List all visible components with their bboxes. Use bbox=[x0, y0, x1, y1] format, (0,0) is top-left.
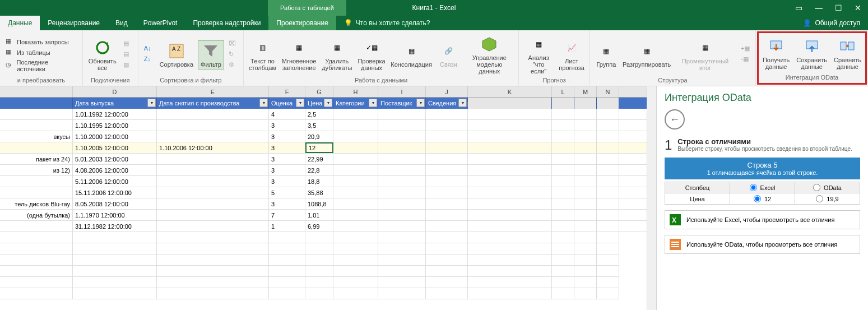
table-header[interactable]: Цена▾ bbox=[305, 98, 333, 109]
group-data-tools: Работа с данными bbox=[247, 77, 515, 86]
tab-powerpivot[interactable]: PowerPivot bbox=[136, 16, 185, 30]
odata-compare-button[interactable]: Сравнить данные bbox=[832, 36, 864, 71]
ungroup-icon: ▦ bbox=[638, 42, 656, 60]
sort-icon: A Z bbox=[168, 42, 185, 60]
tell-me-search[interactable]: 💡Что вы хотите сделать? bbox=[336, 16, 438, 30]
forecast-sheet-button[interactable]: 📈Лист прогноза bbox=[557, 38, 586, 72]
minimize-icon[interactable]: — bbox=[815, 3, 823, 12]
table-row[interactable]: из 12)4.08.2006 12:00:00322,8 bbox=[0, 165, 647, 176]
odata-get-button[interactable]: Получить данные bbox=[760, 36, 792, 71]
tab-design[interactable]: Проектирование bbox=[268, 16, 336, 30]
sort-za-button[interactable]: Z↓ bbox=[142, 55, 155, 65]
clear-filter-btn[interactable]: ⌧ bbox=[226, 39, 240, 49]
tab-data[interactable]: Данные bbox=[0, 16, 40, 30]
filter-dropdown-icon[interactable]: ▾ bbox=[369, 99, 377, 107]
odata-value-radio[interactable] bbox=[816, 195, 823, 202]
compare-row-odata[interactable]: 19,9 bbox=[795, 193, 860, 204]
col-header[interactable]: E bbox=[157, 86, 269, 97]
odata-icon bbox=[670, 239, 681, 250]
show-queries-button[interactable]: ▦Показать запросы bbox=[3, 37, 79, 47]
recent-sources-button[interactable]: ◷Последние источники bbox=[3, 58, 79, 73]
share-button[interactable]: 👤Общий доступ bbox=[795, 16, 868, 30]
col-header[interactable]: H bbox=[333, 86, 378, 97]
table-row[interactable]: 1.10.1995 12:00:0033,5 bbox=[0, 120, 647, 131]
group-outline: Структура bbox=[593, 77, 752, 86]
use-odata-action[interactable]: Используйте OData, чтобы просмотреть все… bbox=[665, 235, 860, 254]
vertical-scrollbar[interactable] bbox=[647, 86, 656, 310]
col-header[interactable]: D bbox=[73, 86, 157, 97]
reapply-btn[interactable]: ↻ bbox=[226, 50, 240, 60]
odata-header-radio[interactable] bbox=[813, 184, 820, 191]
filter-dropdown-icon[interactable]: ▾ bbox=[324, 99, 332, 107]
filter-button[interactable]: Фильтр bbox=[198, 40, 224, 70]
table-row[interactable]: 1.01.1992 12:00:0042,5 bbox=[0, 109, 647, 120]
sort-button[interactable]: A Z Сортировка bbox=[157, 41, 196, 69]
maximize-icon[interactable]: ☐ bbox=[835, 3, 842, 12]
remove-duplicates-button[interactable]: ▦Удалить дубликаты bbox=[320, 38, 354, 72]
filter-dropdown-icon[interactable]: ▾ bbox=[259, 99, 268, 107]
from-table-button[interactable]: ▦Из таблицы bbox=[3, 48, 79, 58]
ribbon-options-icon[interactable]: ▭ bbox=[795, 3, 802, 12]
col-header[interactable]: L bbox=[552, 86, 574, 97]
consolidate-button[interactable]: ▦Консолидация bbox=[389, 41, 434, 69]
sort-az-button[interactable]: A↓ bbox=[142, 44, 155, 54]
group-connections: Подключения bbox=[86, 77, 134, 86]
table-row[interactable]: 1.10.2005 12:00:001.10.2006 12:00:00312 bbox=[0, 142, 647, 154]
table-row[interactable]: 31.12.1982 12:00:0016,99 bbox=[0, 221, 647, 232]
data-validation-button[interactable]: ✓▦Проверка данных bbox=[356, 38, 387, 72]
col-header[interactable]: K bbox=[468, 86, 552, 97]
odata-save-button[interactable]: Сохранить данные bbox=[794, 36, 829, 71]
close-icon[interactable]: ✕ bbox=[855, 3, 861, 12]
compare-row-excel[interactable]: 12 bbox=[730, 193, 795, 204]
step-title: Строка с отличиями bbox=[677, 137, 860, 146]
excel-value-radio[interactable] bbox=[754, 195, 761, 202]
tab-addin-check[interactable]: Проверка надстройки bbox=[185, 16, 268, 30]
table-row[interactable]: вкусы1.10.2000 12:00:00320,9 bbox=[0, 131, 647, 142]
group-button[interactable]: ▦Группа bbox=[593, 41, 619, 69]
table-header[interactable]: Дата снятия с производства▾ bbox=[157, 98, 269, 109]
filter-dropdown-icon[interactable]: ▾ bbox=[147, 99, 156, 107]
refresh-icon bbox=[94, 39, 112, 57]
tab-view[interactable]: Вид bbox=[108, 16, 136, 30]
show-detail-btn: +▦ bbox=[739, 44, 752, 54]
flash-fill-button[interactable]: ▦Мгновенное заполнение bbox=[280, 38, 318, 72]
col-header[interactable]: N bbox=[597, 86, 619, 97]
tab-review[interactable]: Рецензирование bbox=[40, 16, 108, 30]
svg-rect-12 bbox=[671, 246, 679, 247]
table-header[interactable]: Поставщик▾ bbox=[378, 98, 426, 109]
group-sort-filter: Сортировка и фильтр bbox=[142, 77, 240, 86]
table-header[interactable]: Дата выпуска▾ bbox=[73, 98, 157, 109]
table-header[interactable]: Категории▾ bbox=[333, 98, 378, 109]
col-header[interactable]: J bbox=[426, 86, 468, 97]
properties-btn[interactable]: ▤ bbox=[121, 50, 134, 60]
table-row[interactable]: тель дисков Blu-ray8.05.2008 12:00:00310… bbox=[0, 198, 647, 210]
table-row[interactable]: 5.11.2006 12:00:00318,8 bbox=[0, 176, 647, 187]
manage-data-model-button[interactable]: Управление моделью данных bbox=[463, 34, 515, 76]
ungroup-button[interactable]: ▦Разгруппировать bbox=[621, 41, 672, 69]
col-header[interactable]: G bbox=[305, 86, 333, 97]
col-header[interactable]: F bbox=[269, 86, 305, 97]
table-header[interactable]: Оценка▾ bbox=[269, 98, 305, 109]
table-row[interactable]: 15.11.2006 12:00:00535,88 bbox=[0, 187, 647, 198]
what-if-button[interactable]: ▦Анализ "что если" bbox=[522, 34, 555, 76]
duplicates-icon: ▦ bbox=[328, 39, 346, 57]
filter-dropdown-icon[interactable]: ▾ bbox=[416, 99, 425, 107]
filter-dropdown-icon[interactable]: ▾ bbox=[458, 99, 467, 107]
back-button[interactable]: ← bbox=[665, 109, 685, 129]
text-to-columns-button[interactable]: ▥Текст по столбцам bbox=[247, 38, 278, 72]
use-excel-action[interactable]: X Используйте Excel, чтобы просмотреть в… bbox=[665, 210, 860, 229]
excel-header-radio[interactable] bbox=[750, 184, 757, 191]
compare-hdr-excel[interactable]: Excel bbox=[730, 182, 795, 193]
filter-dropdown-icon[interactable]: ▾ bbox=[296, 99, 304, 107]
connections-btn[interactable]: ▤ bbox=[121, 39, 134, 49]
advanced-btn[interactable]: ⚙ bbox=[226, 61, 240, 71]
col-header[interactable]: M bbox=[574, 86, 597, 97]
refresh-all-button[interactable]: Обновить все bbox=[86, 38, 119, 72]
table-row[interactable]: (одна бутылка)1.1.1970 12:00:0071,01 bbox=[0, 210, 647, 221]
compare-hdr-odata[interactable]: OData bbox=[795, 182, 860, 193]
whatif-icon: ▦ bbox=[530, 35, 547, 53]
table-header[interactable]: Сведения о продукте▾ bbox=[426, 98, 468, 109]
table-row[interactable]: пакет из 24)5.01.2003 12:00:00322,99 bbox=[0, 154, 647, 165]
edit-links-btn[interactable]: ▤ bbox=[121, 61, 134, 71]
col-header[interactable]: I bbox=[378, 86, 426, 97]
